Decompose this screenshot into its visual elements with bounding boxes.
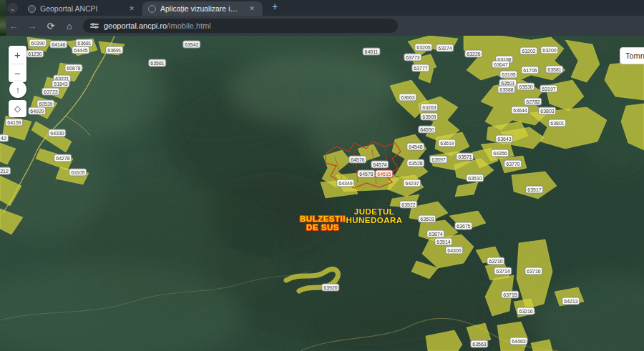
parcel-label[interactable]: 63770 (504, 160, 522, 168)
zoom-in-button[interactable]: + (9, 46, 26, 64)
parcel-label[interactable]: 63716 (525, 267, 542, 275)
parcel-label[interactable]: 63644 (511, 107, 529, 114)
url-text: geoportal.ancpi.ro/imobile.html (104, 21, 211, 30)
site-info-icon[interactable] (90, 21, 99, 30)
parcel-label[interactable]: 64550 (418, 126, 436, 134)
locate-button[interactable]: ↑ (9, 81, 26, 98)
parcel-label[interactable]: 212 (0, 167, 11, 175)
new-tab-button[interactable]: + (268, 0, 281, 13)
extent-button[interactable]: ◇ (9, 100, 26, 117)
parcel-label[interactable]: 64213 (562, 297, 580, 305)
parcel-label[interactable]: 64511 (363, 48, 381, 56)
parcel-label[interactable]: 64445 (72, 46, 89, 54)
parcel-label[interactable]: 63197 (540, 85, 557, 93)
parcel-label[interactable]: 64159 (5, 119, 23, 127)
parcel-label[interactable]: 64574 (371, 161, 389, 169)
parcel-label[interactable]: 64237 (403, 179, 421, 187)
parcel-label[interactable]: 64146 (49, 41, 67, 49)
parcel-label[interactable]: 61230 (26, 50, 44, 58)
parcel-label[interactable]: 63528 (406, 159, 424, 167)
zoom-out-button[interactable]: − (9, 64, 26, 82)
parcel-label[interactable]: 63647 (492, 61, 509, 69)
close-icon[interactable]: ✕ (247, 4, 257, 13)
parcel-label[interactable]: 63663 (399, 94, 416, 102)
parcel-label[interactable]: 63514 (434, 238, 452, 246)
parcel-label[interactable]: 42 (0, 134, 9, 142)
parcel-label[interactable]: 64330 (48, 129, 66, 137)
tab-label: Geoportal ANCPI (40, 4, 122, 13)
parcel-label[interactable]: 63723 (42, 88, 59, 96)
parcel-label[interactable]: 63216 (517, 307, 535, 315)
parcel-label[interactable]: 61706 (521, 66, 539, 74)
parcel-label[interactable]: 63643 (495, 135, 513, 143)
parcel-label[interactable]: 64548 (406, 143, 424, 151)
tab-geoportal-ancpi[interactable]: Geoportal ANCPI ✕ (22, 1, 142, 16)
parcel-label[interactable]: 63530 (517, 83, 535, 91)
tab-strip: ⌄ Geoportal ANCPI ✕ Aplicație vizualizar… (0, 0, 644, 16)
parcel-label[interactable]: 60390 (29, 39, 47, 47)
parcel-label[interactable]: 63691 (105, 46, 123, 54)
parcel-label[interactable]: 64515 (375, 170, 393, 178)
map-viewport[interactable]: + − ↑ ◇ Tomna JUDEȚUL HUNEDOARA BULZESTI… (0, 36, 644, 351)
parcel-label[interactable]: 60878 (64, 64, 82, 72)
parcel-label[interactable]: 63522 (399, 201, 417, 209)
parcel-label[interactable]: 63226 (464, 50, 482, 58)
parcel-label[interactable]: 63563 (470, 340, 488, 348)
parcel-label[interactable]: 63202 (519, 47, 537, 55)
parcel-label[interactable]: 64278 (54, 154, 72, 162)
parcel-label[interactable]: 63200 (540, 46, 558, 54)
zoom-control: + − (9, 46, 26, 82)
parcel-label[interactable]: 63773 (404, 54, 421, 61)
parcel-label[interactable]: 63542 (182, 41, 200, 49)
parcel-label[interactable]: 64578 (357, 170, 375, 178)
parcel-label[interactable]: 63675 (454, 222, 472, 230)
reload-icon[interactable]: ⟳ (43, 18, 59, 34)
parcel-label[interactable]: 64300 (445, 247, 463, 254)
parcel-label[interactable]: 63803 (538, 107, 556, 115)
parcel-label[interactable]: 63801 (548, 119, 566, 127)
back-icon[interactable]: ← (6, 18, 21, 34)
parcel-label[interactable]: 64463 (509, 337, 527, 345)
parcel-label[interactable]: 63561 (148, 59, 166, 67)
satellite-imagery (0, 36, 644, 351)
layer-select-button[interactable]: Tomna (620, 47, 644, 64)
parcel-label[interactable]: 63920 (321, 284, 339, 292)
tab-label: Aplicație vizualizare imobile (160, 4, 243, 13)
parcel-label[interactable]: 63274 (436, 44, 454, 52)
parcel-label[interactable]: 63619 (438, 139, 456, 147)
forward-icon[interactable]: → (24, 18, 40, 34)
parcel-label[interactable]: 64929 (28, 107, 46, 115)
tab-favicon (148, 5, 156, 13)
tab-aplicatie-vizualizare-imobile[interactable]: Aplicație vizualizare imobile ✕ (142, 1, 263, 16)
parcel-label[interactable]: 63874 (426, 230, 444, 238)
parcel-label[interactable]: 63503 (418, 215, 436, 223)
parcel-label[interactable]: 64356 (491, 149, 509, 157)
parcel-label[interactable]: 63714 (494, 267, 512, 275)
close-icon[interactable]: ✕ (127, 4, 137, 13)
parcel-label[interactable]: 63505 (420, 113, 438, 121)
parcel-label[interactable]: 63105 (69, 169, 87, 177)
parcel-label[interactable]: 63195 (499, 71, 517, 79)
parcel-label[interactable]: 63571 (456, 153, 474, 161)
parcel-label[interactable]: 63597 (429, 156, 447, 164)
parcel-label[interactable]: 63715 (501, 291, 519, 299)
parcel-label[interactable]: 63263 (420, 104, 438, 112)
parcel-label[interactable]: 64349 (336, 179, 354, 187)
parcel-label[interactable]: 51843 (52, 80, 69, 88)
parcel-label[interactable]: 64576 (348, 156, 366, 164)
parcel-label[interactable]: 63777 (411, 64, 429, 72)
address-bar[interactable]: geoportal.ancpi.ro/imobile.html (83, 19, 398, 33)
county-label: JUDEȚUL HUNEDOARA (346, 207, 402, 224)
parcel-label[interactable]: 62782 (524, 98, 542, 106)
tab-favicon (28, 5, 36, 13)
parcel-label[interactable]: 63205 (414, 44, 432, 51)
browser-window: ⌄ Geoportal ANCPI ✕ Aplicație vizualizar… (0, 0, 644, 351)
parcel-label[interactable]: 63510 (466, 174, 484, 182)
parcel-label[interactable]: 63710 (487, 257, 504, 265)
tab-search-icon[interactable]: ⌄ (7, 3, 18, 14)
commune-label: BULZESTII DE SUS (300, 214, 346, 232)
home-icon[interactable]: ⌂ (62, 18, 77, 34)
parcel-label[interactable]: 63581 (545, 66, 563, 74)
parcel-label[interactable]: 63588 (497, 86, 515, 94)
parcel-label[interactable]: 63517 (525, 186, 543, 194)
